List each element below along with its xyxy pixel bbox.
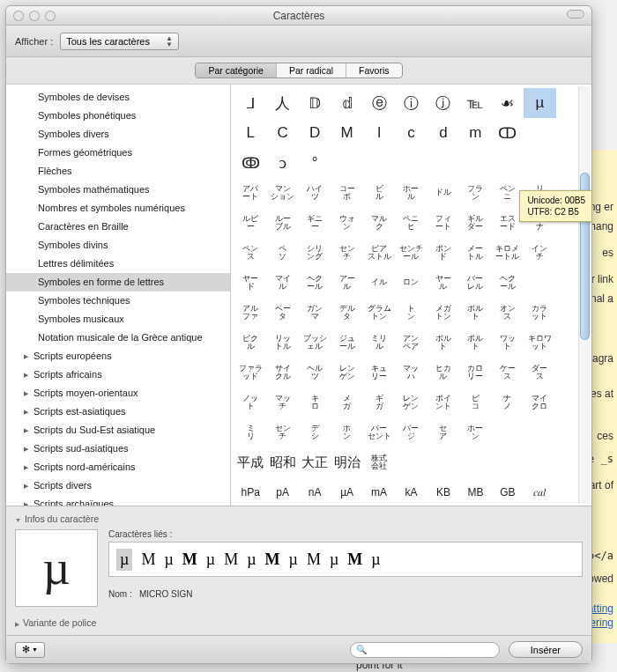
glyph-cell[interactable]: ヘク ール bbox=[299, 268, 331, 298]
glyph-cell[interactable]: センチ ール bbox=[395, 238, 427, 268]
glyph-cell[interactable]: 株式 会社 bbox=[363, 447, 395, 477]
toolbar-pill-button[interactable] bbox=[567, 10, 584, 18]
glyph-cell[interactable]: ペニ ヒ bbox=[395, 208, 427, 238]
glyph-cell[interactable]: ベー タ bbox=[266, 298, 298, 328]
related-glyph[interactable]: M bbox=[141, 550, 155, 569]
glyph-cell[interactable]: アン ペア bbox=[395, 328, 427, 358]
glyph-cell[interactable]: ↂ bbox=[234, 148, 266, 178]
glyph-cell[interactable]: メガ トン bbox=[427, 298, 459, 328]
glyph-cell[interactable]: ギニ ー bbox=[299, 208, 331, 238]
glyph-cell[interactable] bbox=[395, 148, 427, 178]
glyph-cell[interactable]: セ ア bbox=[427, 417, 459, 447]
sidebar-item[interactable]: Symboles divers bbox=[6, 125, 230, 144]
sidebar-item[interactable]: Nombres et symboles numériques bbox=[6, 199, 230, 218]
glyph-cell[interactable]: ヤー ド bbox=[234, 268, 266, 298]
glyph-cell[interactable]: M bbox=[331, 118, 362, 148]
glyph-cell[interactable]: ホー ン bbox=[459, 417, 491, 447]
related-glyph[interactable]: µ bbox=[206, 550, 215, 569]
glyph-cell[interactable]: ⓘ bbox=[395, 88, 427, 118]
glyph-cell[interactable]: ポル ト bbox=[459, 328, 491, 358]
sidebar-item[interactable]: Notation musicale de la Grèce antique bbox=[6, 329, 230, 347]
sidebar-item-selected[interactable]: Symboles en forme de lettres bbox=[6, 273, 230, 292]
glyph-cell[interactable]: コー ポ bbox=[331, 178, 362, 208]
glyph-cell[interactable]: ↀ bbox=[492, 118, 524, 148]
glyph-cell[interactable]: ロン bbox=[395, 268, 427, 298]
glyph-cell[interactable]: GB bbox=[492, 477, 524, 506]
glyph-cell[interactable]: キ ロ bbox=[299, 388, 331, 417]
sidebar-group[interactable]: Scripts africains bbox=[6, 366, 230, 384]
glyph-cell[interactable]: ワッ ト bbox=[492, 328, 524, 358]
glyph-cell[interactable]: ボル ト bbox=[427, 328, 459, 358]
glyph-cell[interactable]: ミ リ bbox=[234, 417, 266, 447]
glyph-cell[interactable]: ヘク ール bbox=[492, 268, 524, 298]
sidebar-item[interactable]: Symboles techniques bbox=[6, 292, 230, 310]
glyph-cell[interactable]: イル bbox=[363, 268, 395, 298]
sidebar-group[interactable]: Scripts moyen-orientaux bbox=[6, 384, 230, 402]
glyph-cell[interactable]: マイ クロ bbox=[524, 388, 555, 417]
sidebar-item[interactable]: Lettres délimitées bbox=[6, 255, 230, 273]
glyph-cell[interactable]: ドル bbox=[427, 178, 459, 208]
glyph-cell[interactable]: d bbox=[427, 118, 459, 148]
glyph-cell[interactable]: 大正 bbox=[299, 447, 331, 477]
glyph-cell[interactable] bbox=[331, 148, 362, 178]
glyph-cell[interactable]: mA bbox=[363, 477, 395, 506]
glyph-cell[interactable]: 𝕕 bbox=[331, 88, 362, 118]
related-glyph[interactable]: µ bbox=[330, 550, 338, 569]
sidebar-item[interactable]: Symboles de devises bbox=[6, 88, 230, 107]
glyph-cell[interactable]: アー ル bbox=[331, 268, 362, 298]
glyph-cell[interactable]: ジュ ール bbox=[331, 328, 362, 358]
glyph-cell[interactable]: ℡ bbox=[459, 88, 491, 118]
glyph-cell[interactable] bbox=[427, 148, 459, 178]
tab-favorites[interactable]: Favoris bbox=[346, 63, 401, 78]
glyph-cell[interactable]: D bbox=[299, 118, 331, 148]
glyph-cell[interactable]: ナ ノ bbox=[492, 388, 524, 417]
glyph-cell[interactable]: ガン マ bbox=[299, 298, 331, 328]
related-glyph[interactable]: M bbox=[182, 550, 197, 569]
glyph-cell[interactable]: nA bbox=[299, 477, 331, 506]
glyph-cell[interactable]: デル タ bbox=[331, 298, 362, 328]
glyph-cell[interactable]: サイ クル bbox=[266, 358, 298, 388]
font-variant-header[interactable]: Variante de police bbox=[15, 614, 583, 635]
glyph-cell[interactable]: ポイ ント bbox=[427, 388, 459, 417]
sidebar-item[interactable]: Symboles mathématiques bbox=[6, 181, 230, 199]
sidebar-item[interactable]: Symboles musicaux bbox=[6, 310, 230, 329]
glyph-cell[interactable]: ノッ ト bbox=[234, 388, 266, 417]
glyph-cell[interactable]: ミリ ル bbox=[363, 328, 395, 358]
glyph-cell[interactable]: フラ ン bbox=[459, 178, 491, 208]
glyph-cell[interactable]: KB bbox=[427, 477, 459, 506]
show-select[interactable]: Tous les caractères ▲▼ bbox=[60, 33, 179, 50]
related-glyph[interactable]: µ bbox=[116, 549, 132, 571]
glyph-cell[interactable]: ☙ bbox=[492, 88, 524, 118]
glyph-cell[interactable]: ポン ド bbox=[427, 238, 459, 268]
glyph-cell[interactable]: ギル ダー bbox=[459, 208, 491, 238]
glyph-cell[interactable]: C bbox=[266, 118, 298, 148]
glyph-cell[interactable]: ファラ ッド bbox=[234, 358, 266, 388]
sidebar-group[interactable]: Scripts nord-américains bbox=[6, 458, 230, 476]
sidebar-group[interactable]: Scripts est-asiatiques bbox=[6, 402, 230, 421]
related-glyph[interactable]: M bbox=[224, 550, 238, 569]
sidebar-group[interactable]: Scripts européens bbox=[6, 347, 230, 366]
glyph-cell[interactable]: キロメ ートル bbox=[492, 238, 524, 268]
related-glyph[interactable]: M bbox=[307, 550, 321, 569]
glyph-cell[interactable] bbox=[459, 148, 491, 178]
glyph-cell[interactable]: デ シ bbox=[299, 417, 331, 447]
glyph-cell[interactable]: セン チ bbox=[331, 238, 362, 268]
glyph-cell[interactable]: リッ トル bbox=[266, 328, 298, 358]
action-menu-button[interactable]: ✻▼ bbox=[15, 642, 45, 658]
glyph-cell[interactable] bbox=[492, 148, 524, 178]
glyph-cell[interactable]: ルピ ー bbox=[234, 208, 266, 238]
glyph-cell[interactable]: メ ガ bbox=[331, 388, 362, 417]
sidebar-group[interactable]: Scripts archaïques bbox=[6, 495, 230, 506]
glyph-cell[interactable]: hPa bbox=[234, 477, 266, 506]
glyph-cell[interactable]: フィ ート bbox=[427, 208, 459, 238]
glyph-cell[interactable]: ヒカ ル bbox=[427, 358, 459, 388]
glyph-cell[interactable]: MB bbox=[459, 477, 491, 506]
glyph-cell[interactable]: カラ ット bbox=[524, 298, 555, 328]
glyph-cell[interactable]: マッ チ bbox=[266, 388, 298, 417]
glyph-cell[interactable] bbox=[524, 417, 555, 447]
glyph-cell[interactable] bbox=[524, 148, 555, 178]
glyph-cell[interactable]: ↄ bbox=[266, 148, 298, 178]
glyph-cell[interactable] bbox=[492, 447, 524, 477]
glyph-cell[interactable]: ケー ス bbox=[492, 358, 524, 388]
sidebar-item[interactable]: Symboles phonétiques bbox=[6, 107, 230, 125]
